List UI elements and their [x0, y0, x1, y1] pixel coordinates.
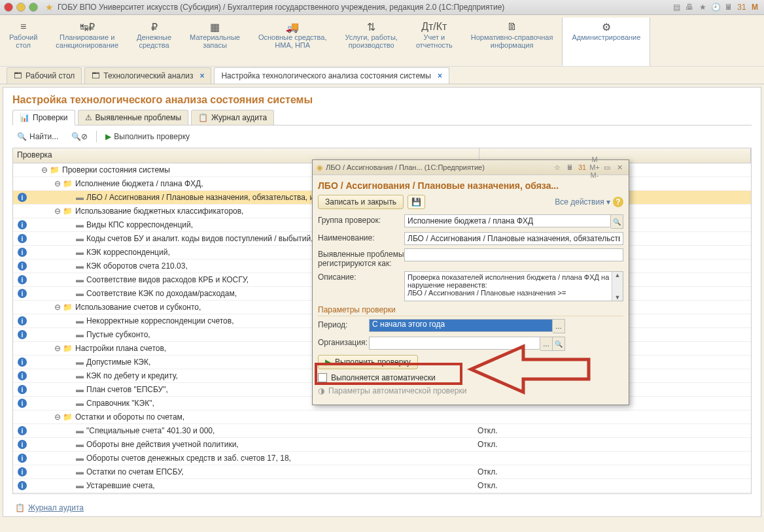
run-check-button[interactable]: ▶Выполнить проверку — [101, 130, 194, 143]
tree-item-label: Соответствие КЭК по доходам/расходам, — [86, 289, 237, 298]
footer-link[interactable]: 📋 Журнал аудита — [15, 503, 84, 512]
toolbar-letter-m[interactable]: M — [750, 2, 760, 12]
window-minimize-button[interactable] — [16, 3, 26, 12]
folder-icon: 📁 — [63, 179, 73, 188]
ribbon-icon: 🚚 — [286, 20, 299, 33]
expand-icon[interactable]: ⊖ — [54, 207, 61, 216]
save-button[interactable]: 💾 — [408, 195, 425, 209]
ribbon-item[interactable]: ↹₽Планирование исанкционирование — [46, 18, 128, 66]
tree-item-label: Использование бюджетных классификаторов, — [75, 207, 243, 216]
lookup-icon: 🔍 — [555, 341, 563, 348]
app-icon: ◉ — [317, 163, 323, 172]
ribbon-item[interactable]: Дт/КтУчет иотчетность — [407, 18, 462, 66]
document-tab[interactable]: 🗔Технологический анализ× — [84, 67, 211, 84]
tree-row[interactable]: i▬Обороты вне действия учетной политики,… — [13, 438, 751, 452]
calculator-icon[interactable]: 🖩 — [723, 2, 734, 12]
ribbon-icon: ↹₽ — [80, 20, 95, 33]
subtab-icon: 📋 — [198, 113, 208, 122]
window-close-button[interactable] — [4, 3, 13, 12]
subtab[interactable]: 📊Проверки — [12, 110, 75, 125]
org-select-button[interactable]: … — [540, 337, 553, 351]
tree-item-label: Использование счетов и субконто, — [75, 303, 201, 312]
find-button[interactable]: 🔍Найти... — [12, 130, 63, 143]
checkbox-icon[interactable] — [318, 373, 327, 382]
toolbar-icon[interactable]: 🕘 — [710, 2, 721, 12]
ribbon-item[interactable]: ≡Рабочийстол — [0, 18, 46, 66]
folder-icon: 📁 — [63, 412, 73, 422]
group-field[interactable] — [404, 214, 611, 227]
window-maximize-button[interactable] — [29, 3, 38, 12]
item-icon: ▬ — [76, 385, 84, 394]
ribbon-item[interactable]: ⇅Услуги, работы,производство — [336, 18, 407, 66]
period-select-button[interactable]: … — [553, 319, 565, 333]
period-field[interactable]: С начала этого года — [369, 319, 553, 332]
ribbon-item[interactable]: ▦Материальныезапасы — [181, 18, 249, 66]
calculator-icon[interactable]: 🖩 — [564, 163, 575, 171]
ribbon-item[interactable]: 🗎Нормативно-справочнаяинформация — [462, 18, 563, 66]
ribbon-item[interactable]: ⚙Администрирование — [562, 18, 650, 66]
org-lookup-button[interactable]: 🔍 — [553, 337, 565, 351]
folder-icon: 📁 — [63, 344, 73, 353]
info-icon: i — [18, 357, 27, 367]
name-field[interactable] — [404, 232, 623, 245]
tree-row[interactable]: ⊖📁Остатки и обороты по счетам, — [13, 410, 751, 424]
tab-close-button[interactable]: × — [200, 71, 204, 80]
auto-params-link: ◑ Параметры автоматической проверки — [318, 386, 623, 395]
lookup-button[interactable]: 🔍 — [611, 214, 623, 229]
clear-filter-button[interactable]: 🔍⊘ — [67, 130, 92, 143]
problems-field[interactable] — [404, 248, 623, 261]
dialog-minimize-button[interactable]: ▭ — [602, 163, 612, 172]
scrollbar[interactable]: ▲▼ — [612, 272, 623, 301]
icon[interactable]: ☆ — [552, 163, 563, 172]
journal-icon: 📋 — [15, 503, 25, 512]
tab-close-button[interactable]: × — [438, 71, 442, 80]
memory-buttons[interactable]: M M+ M- — [589, 156, 600, 179]
expand-icon[interactable]: ⊖ — [54, 412, 61, 422]
info-icon: i — [18, 289, 27, 298]
tree-row[interactable]: i▬"Специальные счета" 401.30 и 000,Откл. — [13, 424, 751, 438]
tree-item-label: Настройки плана счетов, — [75, 344, 166, 353]
info-icon: i — [18, 220, 27, 229]
subtab[interactable]: ⚠Выявленные проблемы — [78, 110, 189, 125]
tree-row[interactable]: i▬Остатки по счетам ЕПСБУ,Откл. — [13, 465, 751, 479]
expand-icon[interactable]: ⊖ — [54, 344, 61, 353]
ribbon-icon: ≡ — [20, 20, 26, 33]
item-icon: ▬ — [76, 275, 84, 284]
expand-icon[interactable]: ⊖ — [41, 165, 48, 175]
toolbar-icon[interactable]: ★ — [697, 2, 708, 12]
subtab[interactable]: 📋Журнал аудита — [191, 110, 274, 125]
document-tab[interactable]: Настройка технологического анализа состо… — [214, 67, 449, 84]
tree-row[interactable]: ⊖📁Учет нефинансовых активов, — [13, 493, 751, 494]
item-icon: ▬ — [76, 316, 84, 325]
expand-icon[interactable]: ⊖ — [54, 303, 61, 312]
ribbon-icon: ⚙ — [602, 20, 611, 33]
item-icon: ▬ — [76, 440, 84, 449]
info-icon: i — [18, 275, 27, 284]
dialog-title: ЛБО / Ассигнования / План... (1С:Предпри… — [326, 163, 552, 171]
all-actions-link[interactable]: Все действия ▾ — [555, 197, 610, 207]
org-field[interactable] — [369, 337, 540, 350]
help-icon[interactable]: ? — [613, 197, 623, 207]
tree-row[interactable]: i▬Устаревшие счета,Откл. — [13, 479, 751, 493]
toolbar-icon[interactable]: 🖶 — [684, 2, 695, 12]
auto-run-checkbox-row[interactable]: Выполняется автоматически — [318, 373, 623, 382]
ribbon-item[interactable]: 🚚Основные средства,НМА, НПА — [249, 18, 336, 66]
dialog-close-button[interactable]: ✕ — [614, 163, 625, 172]
tree-item-label: Проверки состояния системы — [62, 165, 170, 175]
calendar-icon[interactable]: 31 — [577, 163, 587, 171]
desc-field[interactable]: Проверка показателей исполнения бюджета … — [404, 271, 623, 301]
tree-item-label: Исполнение бюджета / плана ФХД, — [75, 179, 203, 188]
calendar-icon[interactable]: 31 — [737, 2, 747, 12]
info-icon: i — [18, 426, 27, 435]
item-icon: ▬ — [76, 193, 84, 202]
toolbar-icon[interactable]: ▤ — [671, 2, 682, 12]
expand-icon[interactable]: ⊖ — [54, 179, 61, 188]
save-and-close-button[interactable]: Записать и закрыть — [318, 195, 404, 209]
document-tab[interactable]: 🗔Рабочий стол — [7, 67, 82, 84]
favorite-icon[interactable]: ★ — [45, 2, 54, 12]
dialog-run-check-button[interactable]: ▶ Выполнить проверку — [318, 355, 418, 369]
folder-icon: 📁 — [50, 165, 60, 175]
ribbon-item[interactable]: ₽Денежныесредства — [128, 18, 181, 66]
tree-row[interactable]: i▬Обороты счетов денежных средств и заб.… — [13, 452, 751, 465]
dialog-titlebar[interactable]: ◉ ЛБО / Ассигнования / План... (1С:Предп… — [313, 160, 629, 175]
